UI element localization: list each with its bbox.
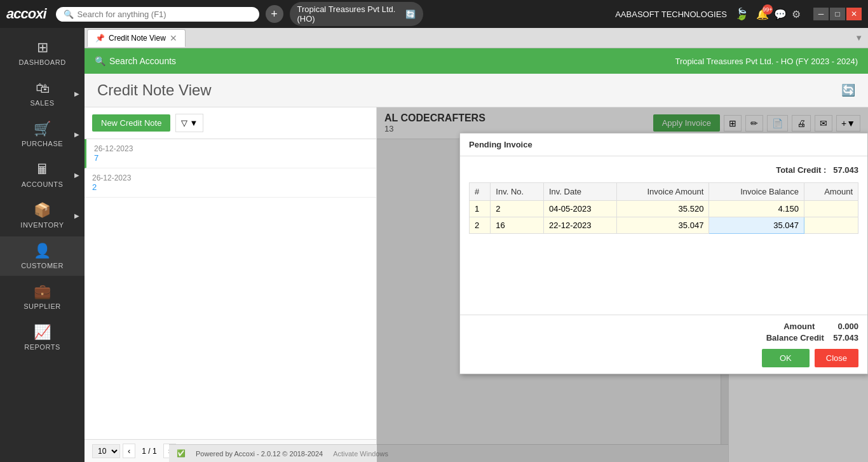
inventory-arrow-icon: ▶ xyxy=(74,212,79,219)
reports-icon: 📈 xyxy=(34,324,51,341)
ok-button[interactable]: OK xyxy=(762,349,810,367)
green-header: 🔍 Search Accounts Tropical Treasures Pvt… xyxy=(85,48,868,74)
top-bar: accoxi 🔍 + Tropical Treasures Pvt Ltd.(H… xyxy=(0,0,868,28)
account-num-1[interactable]: 7 xyxy=(94,153,369,163)
company-name-label: AABASOFT TECHNOLOGIES xyxy=(615,10,727,19)
right-panel: AL CODECRAFTERS 13 Apply Invoice ⊞ ✏ 📄 🖨… xyxy=(377,107,868,462)
search-accounts-icon: 🔍 xyxy=(95,56,105,66)
message-icon[interactable]: 💬 xyxy=(774,8,787,20)
cell-inv-no-2: 16 xyxy=(491,217,544,234)
company-info-label: Tropical Treasures Pvt Ltd. - HO (FY 202… xyxy=(675,57,858,66)
sidebar-item-accounts[interactable]: 🖩 ACCOUNTS ▶ xyxy=(0,155,85,194)
col-inv-amount: Invoice Amount xyxy=(616,183,709,201)
customer-icon: 👤 xyxy=(34,243,51,259)
company-selector[interactable]: Tropical Treasures Pvt Ltd.(HO) 🔄 xyxy=(290,2,423,26)
col-inv-no: Inv. No. xyxy=(491,183,544,201)
accounts-arrow-icon: ▶ xyxy=(74,172,79,179)
new-credit-note-button[interactable]: New Credit Note xyxy=(92,114,170,132)
footer-logo-icon: ✅ xyxy=(177,449,186,458)
company-selector-label: Tropical Treasures Pvt Ltd.(HO) xyxy=(297,4,400,24)
main-content: 📌 Credit Note View ✕ ▼ 🔍 Search Accounts… xyxy=(85,28,868,462)
close-window-button[interactable]: ✕ xyxy=(846,8,862,20)
modal-title: Pending Invoice xyxy=(460,133,867,156)
page-info: 1 / 1 xyxy=(138,447,160,456)
filter-icon: ▽ xyxy=(181,118,187,128)
settings-icon[interactable]: ⚙ xyxy=(792,8,801,20)
purchase-arrow-icon: ▶ xyxy=(74,131,79,138)
prev-page-button[interactable]: ‹ xyxy=(123,444,135,458)
global-search-box[interactable]: 🔍 xyxy=(56,7,259,22)
sidebar-item-inventory[interactable]: 📦 INVENTORY ▶ xyxy=(0,196,85,235)
cell-inv-balance-2[interactable]: 35.047 xyxy=(709,217,804,234)
sidebar-item-purchase[interactable]: 🛒 PURCHASE ▶ xyxy=(0,114,85,154)
add-button[interactable]: + xyxy=(266,5,283,23)
left-panel-toolbar: New Credit Note ▽ ▼ xyxy=(85,107,376,139)
col-num: # xyxy=(470,183,491,201)
tab-bar: 📌 Credit Note View ✕ ▼ xyxy=(85,28,868,48)
account-num-2[interactable]: 2 xyxy=(92,182,369,192)
top-icons: 🔔 99+ 💬 ⚙ xyxy=(756,8,801,20)
cell-inv-no-1: 2 xyxy=(491,201,544,217)
balance-credit-label: Balance Credit xyxy=(766,333,824,343)
cell-amount-2[interactable] xyxy=(804,217,858,234)
sidebar-label-inventory: INVENTORY xyxy=(20,221,64,229)
page-refresh-button[interactable]: 🔄 xyxy=(841,83,855,97)
modal-backdrop: Pending Invoice Total Credit : 57.043 # xyxy=(377,107,868,462)
sidebar-item-sales[interactable]: 🛍 SALES ▶ xyxy=(0,74,85,113)
cell-inv-date-1: 04-05-2023 xyxy=(543,201,616,217)
search-icon: 🔍 xyxy=(64,10,74,19)
sales-arrow-icon: ▶ xyxy=(74,90,79,97)
summary-balance-credit: Balance Credit 57.043 xyxy=(469,333,858,343)
tab-credit-note-view[interactable]: 📌 Credit Note View ✕ xyxy=(87,29,186,47)
table-row: 2 16 22-12-2023 35.047 35.047 xyxy=(470,217,858,234)
notification-icon[interactable]: 🔔 99+ xyxy=(756,8,769,20)
list-item[interactable]: 26-12-2023 2 xyxy=(85,168,376,198)
page-size-select[interactable]: 10 xyxy=(92,444,120,458)
sidebar-label-reports: REPORTS xyxy=(24,343,60,351)
powered-by: Powered by Accoxi - 2.0.12 © 2018-2024 xyxy=(196,450,323,458)
col-inv-date: Inv. Date xyxy=(543,183,616,201)
left-panel: New Credit Note ▽ ▼ 26-12-2023 7 26-12-2… xyxy=(85,107,377,462)
minimize-button[interactable]: ─ xyxy=(813,8,829,20)
sidebar-label-dashboard: DASHBOARD xyxy=(18,58,65,66)
window-controls: ─ □ ✕ xyxy=(813,8,862,20)
app-logo: accoxi xyxy=(6,6,46,22)
cell-inv-amount-2: 35.047 xyxy=(616,217,709,234)
summary-amount: Amount 0.000 xyxy=(469,322,858,331)
cell-num-1: 1 xyxy=(470,201,491,217)
tab-collapse-icon[interactable]: ▼ xyxy=(855,33,863,43)
sidebar-label-accounts: ACCOUNTS xyxy=(22,180,64,188)
total-credit-value: 57.043 xyxy=(833,165,858,175)
notification-badge: 99+ xyxy=(763,4,773,15)
col-amount: Amount xyxy=(804,183,858,201)
filter-button[interactable]: ▽ ▼ xyxy=(175,114,203,132)
search-accounts-label[interactable]: Search Accounts xyxy=(109,56,176,66)
col-inv-balance: Invoice Balance xyxy=(709,183,804,201)
maximize-button[interactable]: □ xyxy=(830,8,845,20)
page-title-bar: Credit Note View 🔄 xyxy=(85,74,868,107)
amount-label: Amount xyxy=(783,322,815,331)
cell-inv-amount-1: 35.520 xyxy=(616,201,709,217)
cell-inv-date-2: 22-12-2023 xyxy=(543,217,616,234)
modal-body: Total Credit : 57.043 # Inv. No. Inv. Da… xyxy=(460,156,867,315)
sidebar-item-dashboard[interactable]: ⊞ DASHBOARD xyxy=(0,33,85,72)
close-modal-button[interactable]: Close xyxy=(815,349,858,367)
cell-num-2: 2 xyxy=(470,217,491,234)
table-row: 1 2 04-05-2023 35.520 4.150 xyxy=(470,201,858,217)
content-area: New Credit Note ▽ ▼ 26-12-2023 7 26-12-2… xyxy=(85,107,868,462)
inventory-icon: 📦 xyxy=(34,202,51,219)
tab-close-button[interactable]: ✕ xyxy=(170,33,177,43)
page-title: Credit Note View xyxy=(97,81,212,99)
sidebar-item-supplier[interactable]: 💼 SUPPLIER xyxy=(0,277,85,316)
sidebar-item-reports[interactable]: 📈 REPORTS xyxy=(0,318,85,357)
sidebar-item-customer[interactable]: 👤 CUSTOMER xyxy=(0,236,85,276)
cell-amount-1[interactable] xyxy=(804,201,858,217)
sidebar-label-customer: CUSTOMER xyxy=(21,262,64,269)
cell-inv-balance-1: 4.150 xyxy=(709,201,804,217)
modal-total: Total Credit : 57.043 xyxy=(469,165,858,175)
refresh-icon[interactable]: 🔄 xyxy=(405,10,416,19)
search-input[interactable] xyxy=(78,10,252,19)
list-item[interactable]: 26-12-2023 7 xyxy=(85,139,376,168)
filter-dropdown-icon: ▼ xyxy=(189,118,198,128)
sidebar-label-purchase: PURCHASE xyxy=(22,140,63,147)
